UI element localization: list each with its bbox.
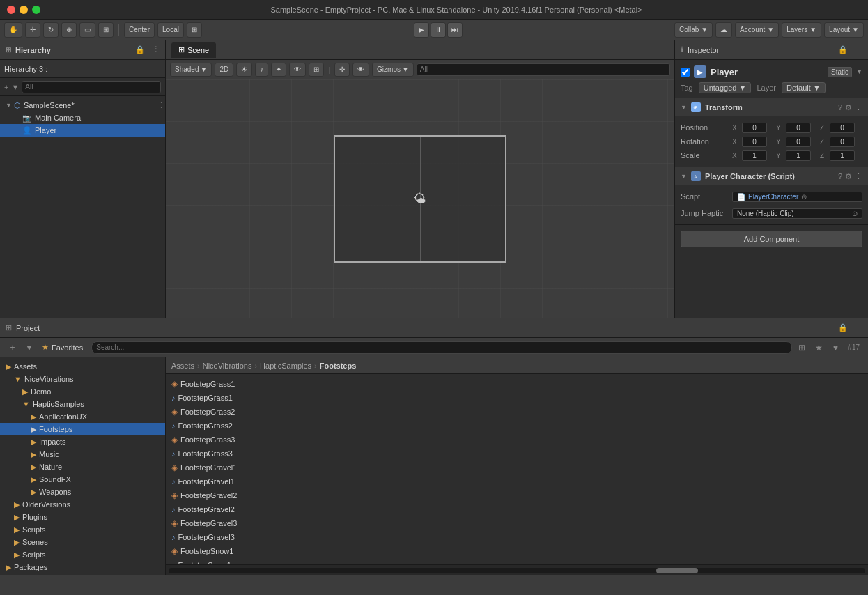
script-help-icon[interactable]: ? [838,172,842,181]
sidebar-nature[interactable]: ▶ Nature [0,461,165,473]
list-item[interactable]: ♪ FootstepGrass1 [166,391,868,405]
gizmos-dropdown[interactable]: Gizmos ▼ [372,63,414,77]
layout-button[interactable]: Layout ▼ [824,22,864,38]
maximize-button[interactable] [32,6,40,14]
project-more[interactable]: ⋮ [855,323,862,332]
cloud-button[interactable]: ☁ [715,22,732,38]
list-item[interactable]: ♪ FootstepGravel2 [166,502,868,516]
list-item[interactable]: ♪ FootstepGravel1 [166,474,868,488]
grid-btn[interactable]: ⊞ [187,22,202,38]
tag-dropdown[interactable]: Untagged ▼ [699,82,752,93]
audio-btn[interactable]: ♪ [255,63,268,77]
list-item[interactable]: ◈ FootstepGravel1 [166,461,868,474]
project-lock[interactable]: 🔒 [838,323,848,332]
account-button[interactable]: Account ▼ [735,22,779,38]
pos-y-input[interactable] [786,123,811,133]
sidebar-weapons[interactable]: ▶ Weapons [0,486,165,498]
pos-x-input[interactable] [742,123,767,133]
more-icon[interactable]: ⋮ [152,45,160,54]
lock-icon[interactable]: 🔒 [135,45,145,54]
collab-button[interactable]: Collab ▼ [674,22,713,38]
add-component-button[interactable]: Add Component [681,231,862,247]
tree-item-main-camera[interactable]: 📷 Main Camera [0,111,165,124]
layer-dropdown[interactable]: Default ▼ [782,82,826,93]
fav-btn[interactable]: ♥ [828,341,842,355]
star-btn[interactable]: ★ [812,341,826,355]
scale-z-input[interactable] [830,150,855,161]
object-active-checkbox[interactable] [681,68,690,77]
breadcrumb-nice-vibrations[interactable]: NiceVibrations [203,362,252,370]
move-tool[interactable]: ✛ [25,22,40,38]
scale-tool[interactable]: ⊕ [61,22,77,38]
rotate-tool[interactable]: ↻ [43,22,59,38]
sidebar-impacts[interactable]: ▶ Impacts [0,435,165,448]
transform-help-icon[interactable]: ? [838,103,842,112]
scene-options[interactable]: ⋮ [157,101,165,110]
sidebar-assets[interactable]: ▶ Assets [0,360,165,373]
list-item[interactable]: ♪ FootstepGrass3 [166,447,868,461]
rot-x-input[interactable] [742,137,767,147]
sidebar-music[interactable]: ▶ Music [0,448,165,461]
scrollbar-area[interactable] [166,564,868,575]
breadcrumb-assets[interactable]: Assets [171,362,194,370]
add-btn[interactable]: + [6,341,20,355]
add-icon[interactable]: + [4,83,8,91]
tree-item-samplescene[interactable]: ▼ ⬡ SampleScene* ⋮ [0,99,165,111]
pos-z-input[interactable] [830,123,855,133]
script-ref[interactable]: 📄 PlayerCharacter ⊙ [732,192,862,202]
list-item[interactable]: ♪ FootstepGravel3 [166,530,868,544]
tree-item-player[interactable]: 👤 Player [0,124,165,137]
scene-options[interactable]: ⋮ [661,45,669,54]
light-btn[interactable]: ☀ [236,63,252,77]
sidebar-haptic-samples[interactable]: ▼ HapticSamples [0,398,165,410]
sidebar-footsteps[interactable]: ▶ Footsteps [0,423,165,435]
list-item[interactable]: ♪ FootstepSnow1 [166,558,868,564]
step-button[interactable]: ⏭ [447,22,463,38]
sidebar-application-ux[interactable]: ▶ ApplicationUX [0,410,165,423]
center-btn[interactable]: Center [124,22,155,38]
hierarchy-search[interactable] [22,81,161,93]
transform-settings-icon[interactable]: ⚙ [845,103,852,112]
inspector-more[interactable]: ⋮ [855,45,862,54]
sidebar-scenes[interactable]: ▶ Scenes [0,536,165,548]
scrollbar-thumb[interactable] [656,568,698,573]
list-item[interactable]: ◈ FootstepGrass1 [166,377,868,391]
project-search[interactable] [91,341,792,354]
rect-tool[interactable]: ▭ [79,22,95,38]
sidebar-nice-vibrations[interactable]: ▼ NiceVibrations [0,373,165,385]
sidebar-packages[interactable]: ▶ Packages [0,561,165,573]
script-settings-icon[interactable]: ⚙ [845,172,852,181]
breadcrumb-haptic-samples[interactable]: HapticSamples [260,362,311,370]
haptic-ref[interactable]: None (Haptic Clip) ⊙ [732,208,862,219]
scene-search[interactable] [417,63,670,76]
scrollbar-track[interactable] [169,568,865,573]
transform-tool[interactable]: ⊞ [98,22,114,38]
hidden-btn[interactable]: 👁 [289,63,306,77]
list-item[interactable]: ◈ FootstepGravel2 [166,488,868,502]
grid-btn[interactable]: ⊞ [309,63,324,77]
local-btn[interactable]: Local [157,22,184,38]
pause-button[interactable]: ⏸ [431,22,446,38]
list-item[interactable]: ◈ FootstepGravel3 [166,516,868,530]
rot-z-input[interactable] [830,137,855,147]
list-item[interactable]: ◈ FootstepSnow1 [166,544,868,558]
static-arrow[interactable]: ▼ [856,68,862,75]
sidebar-older-versions[interactable]: ▶ OlderVersions [0,498,165,511]
shading-dropdown[interactable]: Shaded ▼ [170,63,212,77]
inspector-lock[interactable]: 🔒 [838,45,848,54]
window-controls[interactable] [7,6,40,14]
list-item[interactable]: ◈ FootstepGrass3 [166,433,868,447]
list-item[interactable]: ◈ FootstepGrass2 [166,405,868,419]
down-icon[interactable]: ▼ [11,83,19,91]
player-char-header[interactable]: ▼ # Player Character (Script) ? ⚙ ⋮ [675,167,868,185]
transform-more-icon[interactable]: ⋮ [855,103,862,112]
view-btn[interactable]: 👁 [352,63,369,77]
scene-tab[interactable]: ⊞ Scene [171,42,216,58]
minimize-button[interactable] [20,6,28,14]
scene-view[interactable]: 🌤 [166,79,674,318]
transform-header[interactable]: ▼ ⊕ Transform ? ⚙ ⋮ [675,98,868,116]
rot-y-input[interactable] [786,137,811,147]
hand-tool[interactable]: ✋ [4,22,22,38]
fx-btn[interactable]: ✦ [271,63,286,77]
sidebar-demo[interactable]: ▶ Demo [0,385,165,398]
